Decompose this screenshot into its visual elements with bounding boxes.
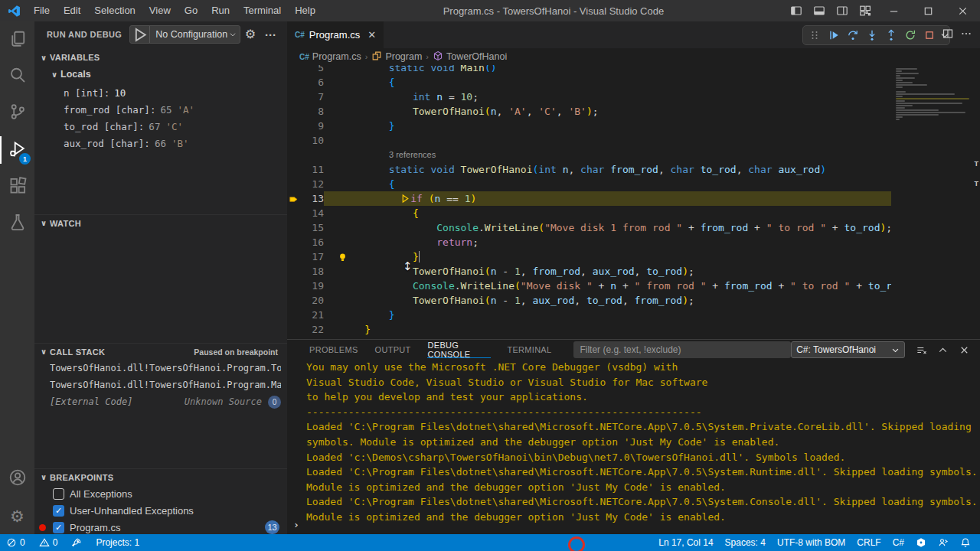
activity-item-run-and-debug[interactable]: 1 [0, 132, 34, 168]
section-watch[interactable]: ∨WATCH [34, 214, 287, 231]
breakpoint-checkbox[interactable]: ✓ [53, 522, 64, 533]
menu-view[interactable]: View [142, 0, 178, 21]
gutter-glyph-margin[interactable] [287, 322, 302, 337]
activity-item-source-control[interactable] [0, 95, 34, 132]
code-line[interactable]: 11 static void TowerOfHanoi(int n, char … [287, 162, 980, 177]
section-breakpoints[interactable]: ∨BREAKPOINTS [34, 468, 287, 485]
code-line-text[interactable]: if (n == 1) [341, 191, 980, 206]
minimap[interactable] [891, 65, 974, 339]
activity-item-search[interactable] [0, 58, 34, 95]
breakpoint-checkbox[interactable] [53, 488, 64, 500]
code-line-text[interactable]: Console.WriteLine("Move disk 1 from rod … [341, 220, 980, 235]
views-more-actions-icon[interactable]: ··· [260, 28, 281, 41]
start-debug-icon[interactable] [130, 26, 150, 43]
code-line-text[interactable] [341, 133, 980, 148]
code-line[interactable]: 18 TowerOfHanoi(n - 1, from_rod, aux_rod… [287, 264, 980, 279]
breakpoint-checkbox[interactable]: ✓ [53, 505, 64, 517]
code-line[interactable]: 14 { [287, 206, 980, 220]
encoding-status[interactable]: UTF-8 with BOM [777, 537, 845, 548]
debug-step-into-button[interactable] [862, 26, 881, 44]
menu-edit[interactable]: Edit [57, 0, 87, 21]
gutter-glyph-margin[interactable] [287, 177, 302, 191]
gutter-glyph-margin[interactable] [287, 119, 302, 133]
breadcrumb-item-towerofhanoi[interactable]: TowerOfHanoi [433, 51, 507, 64]
tab-program-cs[interactable]: C# Program.cs ✕ [287, 21, 384, 48]
variable-row[interactable]: aux_rod [char]:66'B' [34, 135, 287, 152]
debug-stop-button[interactable] [920, 26, 939, 44]
gutter-glyph-margin[interactable] [287, 293, 302, 308]
code-line-text[interactable]: { [341, 206, 980, 220]
gutter-glyph-margin[interactable] [287, 162, 302, 177]
code-editor[interactable]: 5 static void Main()6 {7 int n = 10;8 To… [287, 65, 980, 339]
code-line-text[interactable]: { [341, 177, 980, 191]
code-line-text[interactable]: TowerOfHanoi(n - 1, from_rod, aux_rod, t… [341, 264, 980, 279]
menu-file[interactable]: File [27, 0, 57, 21]
code-line[interactable]: 10 [287, 133, 980, 148]
panel-tab-debug-console[interactable]: DEBUG CONSOLE [420, 340, 499, 360]
debug-restart-button[interactable] [900, 26, 920, 44]
code-line-text[interactable]: static void Main() [341, 65, 980, 75]
gutter-glyph-margin[interactable] [287, 191, 302, 206]
call-stack-frame[interactable]: [External Code]Unknown Source0 [34, 393, 287, 410]
cursor-position-status[interactable]: Ln 17, Col 14 [658, 537, 713, 548]
feedback-status[interactable] [938, 537, 949, 548]
csharp-devkit-status[interactable] [916, 537, 926, 548]
debug-session-dropdown[interactable]: C#: TowersOfHanoi [791, 341, 905, 358]
close-panel-button[interactable] [959, 344, 970, 356]
gutter-glyph-margin[interactable] [287, 148, 302, 162]
gutter-glyph-margin[interactable] [287, 220, 302, 235]
gutter-glyph-margin[interactable] [287, 133, 302, 148]
code-line-text[interactable]: Console.WriteLine("Move disk " + n + " f… [341, 279, 980, 293]
layout-sidebar-icon[interactable] [785, 0, 808, 21]
code-line[interactable]: 7 int n = 10; [287, 90, 980, 104]
activity-item-accounts[interactable] [0, 461, 34, 497]
language-mode-status[interactable]: C# [893, 537, 904, 548]
debug-step-over-button[interactable] [843, 26, 862, 44]
gutter-glyph-margin[interactable] [287, 206, 302, 220]
code-line[interactable]: 21 } [287, 308, 980, 322]
code-line[interactable]: 9 } [287, 119, 980, 133]
gutter-glyph-margin[interactable] [287, 249, 302, 264]
code-line[interactable]: 19 Console.WriteLine("Move disk " + n + … [287, 279, 980, 293]
call-stack-frame[interactable]: TowersOfHanoi.dll!TowersOfHanoi.Program.… [34, 377, 287, 393]
activity-item-extensions[interactable] [0, 168, 34, 205]
gutter-glyph-margin[interactable] [287, 90, 302, 104]
tab-close-icon[interactable]: ✕ [368, 29, 376, 41]
split-editor-button[interactable] [942, 28, 954, 43]
code-line[interactable]: 12 { [287, 177, 980, 191]
inline-breakpoint-icon[interactable] [400, 193, 410, 204]
code-line-text[interactable]: } [341, 249, 980, 264]
menu-run[interactable]: Run [204, 0, 237, 21]
variable-row[interactable]: to_rod [char]:67'C' [34, 118, 287, 135]
menu-help[interactable]: Help [288, 0, 322, 21]
notifications-status[interactable] [960, 537, 971, 548]
code-line-text[interactable]: TowerOfHanoi(n - 1, aux_rod, to_rod, fro… [341, 293, 980, 308]
debug-step-out-button[interactable] [881, 26, 900, 44]
codelens-row[interactable]: 3 references [287, 148, 980, 162]
variable-row[interactable]: n [int]:10 [34, 84, 287, 101]
code-line-text[interactable]: TowerOfHanoi(n, 'A', 'C', 'B'); [341, 104, 980, 119]
code-line-text[interactable]: } [341, 308, 980, 322]
code-line[interactable]: 5 static void Main() [287, 65, 980, 75]
debug-config-dropdown[interactable]: No Configuration [129, 25, 240, 44]
menu-go[interactable]: Go [178, 0, 204, 21]
projects-status[interactable]: Projects: 1 [96, 537, 139, 548]
layout-sidebar-right-icon[interactable] [831, 0, 854, 21]
launch-status[interactable] [71, 537, 82, 548]
code-line[interactable]: 8 TowerOfHanoi(n, 'A', 'C', 'B'); [287, 104, 980, 119]
code-line[interactable]: 20 TowerOfHanoi(n - 1, aux_rod, to_rod, … [287, 293, 980, 308]
customize-layout-icon[interactable] [854, 0, 877, 21]
minimize-button[interactable] [877, 0, 911, 21]
code-line[interactable]: 22 } [287, 322, 980, 337]
indentation-status[interactable]: Spaces: 4 [725, 537, 766, 548]
panel-tab-terminal[interactable]: TERMINAL [498, 340, 560, 360]
problems-status[interactable]: 0 0 [6, 537, 57, 548]
code-line-text[interactable]: { [341, 75, 980, 90]
code-line-text[interactable]: int n = 10; [341, 90, 980, 104]
code-line[interactable]: 15 Console.WriteLine("Move disk 1 from r… [287, 220, 980, 235]
activity-item-explorer[interactable] [0, 21, 34, 58]
code-line[interactable]: 13 if (n == 1) [287, 191, 980, 206]
code-line-text[interactable]: static void TowerOfHanoi(int n, char fro… [341, 162, 980, 177]
more-actions-button[interactable] [960, 28, 972, 43]
call-stack-frame[interactable]: TowersOfHanoi.dll!TowersOfHanoi.Program.… [34, 360, 287, 377]
